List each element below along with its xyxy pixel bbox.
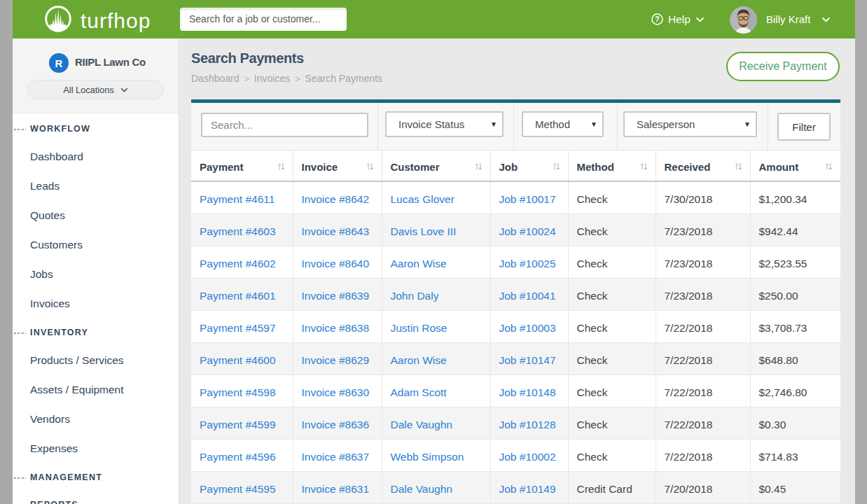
svg-text:?: ? (655, 15, 659, 23)
